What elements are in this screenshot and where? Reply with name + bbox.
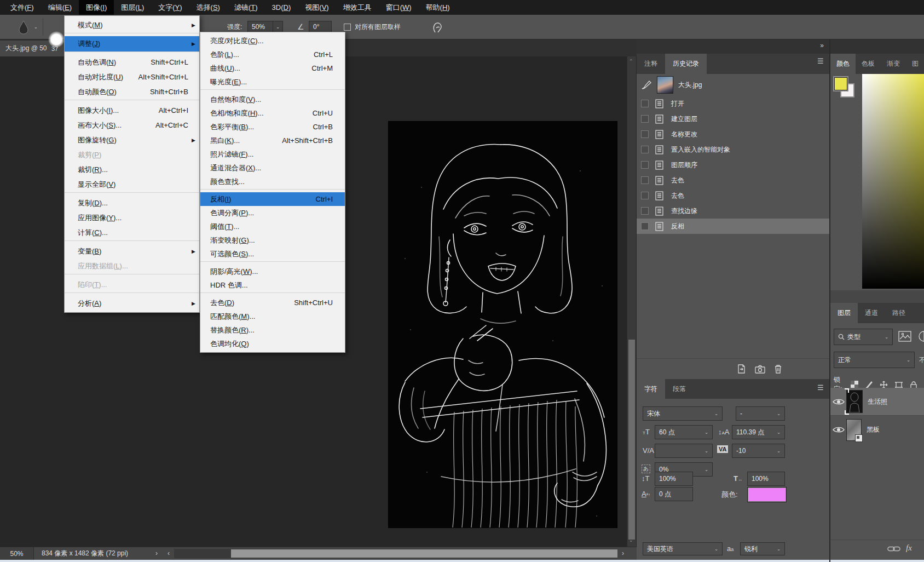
- history-state-row[interactable]: 去色: [637, 173, 829, 188]
- leading-field[interactable]: 110.39 点⌄: [732, 425, 785, 439]
- layer-style-fx-icon[interactable]: fx: [906, 543, 912, 553]
- menu-item[interactable]: 应用数据组(L)... ▶: [65, 259, 199, 274]
- menu-item[interactable]: 阴影/高光(W)... ▶: [200, 265, 345, 278]
- new-snapshot-icon[interactable]: [755, 365, 765, 374]
- status-next-icon[interactable]: ›: [155, 547, 158, 560]
- menu-item[interactable]: 模式(M) ▶: [65, 18, 199, 33]
- panel-tab[interactable]: 渐变: [881, 54, 906, 74]
- history-source-checkbox[interactable]: [641, 130, 649, 138]
- color-picker-field[interactable]: [862, 74, 924, 289]
- scroll-down-icon[interactable]: ⌄: [629, 537, 633, 543]
- menu-item[interactable]: 替换颜色(R)... ▶: [200, 323, 345, 337]
- scroll-up-icon[interactable]: ⌃: [629, 59, 633, 64]
- layer-name[interactable]: 黑板: [867, 425, 880, 434]
- strength-dropdown-icon[interactable]: ⌄: [273, 21, 283, 33]
- scroll-right-icon[interactable]: ›: [622, 547, 624, 560]
- anti-alias-select[interactable]: 锐利⌄: [740, 542, 785, 555]
- menu-item[interactable]: 画布大小(S)... Alt+Ctrl+C ▶: [65, 118, 199, 133]
- menu-bar-item[interactable]: 增效工具: [336, 0, 379, 15]
- document-canvas[interactable]: [389, 122, 617, 527]
- baseline-shift-field[interactable]: 0 点: [655, 487, 693, 501]
- text-color-swatch[interactable]: [747, 487, 787, 502]
- menu-item[interactable]: 通道混合器(X)... ▶: [200, 161, 345, 175]
- menu-item[interactable]: 调整(J) ▶: [65, 36, 199, 52]
- panel-tab[interactable]: 颜色: [830, 54, 856, 74]
- menu-item[interactable]: 色调分离(P)... ▶: [200, 206, 345, 220]
- link-layers-icon[interactable]: [887, 546, 900, 552]
- menu-bar-item[interactable]: 图层(L): [114, 0, 151, 15]
- new-document-from-state-icon[interactable]: [737, 364, 746, 374]
- history-state-row[interactable]: 去色: [637, 188, 829, 203]
- history-state-row[interactable]: 反相: [637, 219, 829, 234]
- foreground-color-swatch[interactable]: [834, 77, 847, 90]
- snapshot-thumbnail[interactable]: [657, 77, 673, 93]
- zoom-level-field[interactable]: 50%: [0, 547, 34, 560]
- menu-item[interactable]: 自动颜色(O) Shift+Ctrl+B ▶: [65, 84, 199, 100]
- menu-bar-item[interactable]: 滤镜(T): [227, 0, 265, 15]
- smudge-tool-icon[interactable]: [16, 19, 31, 35]
- kerning-field[interactable]: ⌄: [655, 444, 713, 458]
- menu-bar-item[interactable]: 帮助(H): [419, 0, 457, 15]
- layer-thumbnail[interactable]: [847, 391, 862, 412]
- menu-item[interactable]: 匹配颜色(M)... ▶: [200, 309, 345, 323]
- menu-bar-item[interactable]: 3D(D): [265, 0, 298, 15]
- strength-value-field[interactable]: 50%: [247, 21, 273, 33]
- collapse-panels-icon[interactable]: »: [820, 42, 824, 49]
- menu-item[interactable]: 显示全部(V) ▶: [65, 177, 199, 193]
- history-source-checkbox[interactable]: [641, 100, 649, 107]
- menu-item[interactable]: 色调均化(Q) ▶: [200, 337, 345, 351]
- menu-item[interactable]: 反相(I) Ctrl+I ▶: [200, 192, 345, 206]
- history-source-checkbox[interactable]: [641, 161, 649, 169]
- menu-item[interactable]: 应用图像(Y)... ▶: [65, 210, 199, 225]
- sample-all-layers-checkbox[interactable]: [344, 24, 351, 31]
- menu-item[interactable]: 去色(D) Shift+Ctrl+U ▶: [200, 296, 345, 309]
- menu-item[interactable]: 变量(B) ▶: [65, 244, 199, 259]
- lock-transparency-icon[interactable]: [851, 381, 858, 388]
- language-select[interactable]: 美国英语⌄: [643, 542, 723, 555]
- layer-name[interactable]: 生活照: [868, 397, 887, 406]
- menu-item[interactable]: HDR 色调... ▶: [200, 278, 345, 293]
- menu-item[interactable]: 颜色查找... ▶: [200, 175, 345, 190]
- menu-item[interactable]: 色相/饱和度(H)... Ctrl+U ▶: [200, 106, 345, 120]
- panel-tab[interactable]: 图层: [830, 303, 858, 323]
- layer-visibility-icon[interactable]: [830, 426, 847, 433]
- smudge-finger-icon[interactable]: [431, 21, 443, 33]
- font-family-select[interactable]: 宋体⌄: [643, 406, 723, 421]
- history-state-row[interactable]: 名称更改: [637, 127, 829, 142]
- vertical-scroll-thumb[interactable]: [628, 340, 635, 540]
- menu-item[interactable]: 计算(C)... ▶: [65, 225, 199, 241]
- scroll-left-icon[interactable]: ‹: [168, 547, 170, 560]
- history-state-row[interactable]: 建立图层: [637, 111, 829, 127]
- history-source-checkbox[interactable]: [641, 192, 649, 199]
- canvas-vertical-scrollbar[interactable]: ⌃ ⌄: [627, 56, 636, 547]
- menu-bar-item[interactable]: 文件(F): [3, 0, 41, 15]
- vertical-scale-field[interactable]: 100%: [655, 472, 693, 486]
- panel-tab[interactable]: 历史记录: [665, 54, 707, 74]
- blend-mode-select[interactable]: 正常⌄: [834, 352, 915, 368]
- menu-item[interactable]: 渐变映射(G)... ▶: [200, 233, 345, 247]
- filter-kind-adjustment-icon[interactable]: [918, 330, 924, 342]
- history-source-checkbox[interactable]: [641, 222, 649, 230]
- history-source-checkbox[interactable]: [641, 115, 649, 123]
- panel-tab[interactable]: 段落: [665, 379, 694, 399]
- history-state-row[interactable]: 图层顺序: [637, 157, 829, 173]
- layer-filter-select[interactable]: 类型⌄: [834, 329, 893, 345]
- character-panel-menu-icon[interactable]: ☰: [817, 383, 824, 392]
- horizontal-scroll-thumb[interactable]: [231, 549, 617, 558]
- angle-value-field[interactable]: 0°: [309, 21, 332, 33]
- menu-item[interactable]: 复制(D)... ▶: [65, 196, 199, 210]
- menu-item[interactable]: 曲线(U)... Ctrl+M ▶: [200, 61, 345, 75]
- font-size-field[interactable]: 60 点⌄: [655, 425, 713, 439]
- tool-preset-chevron-icon[interactable]: ⌄: [34, 15, 38, 39]
- menu-bar-item[interactable]: 视图(V): [298, 0, 336, 15]
- menu-item[interactable]: 阈值(T)... ▶: [200, 220, 345, 233]
- panel-tab[interactable]: 通道: [858, 303, 885, 323]
- history-panel-menu-icon[interactable]: ☰: [817, 57, 824, 65]
- menu-bar-item[interactable]: 窗口(W): [379, 0, 419, 15]
- menu-bar-item[interactable]: 编辑(E): [41, 0, 79, 15]
- menu-bar-item[interactable]: 选择(S): [189, 0, 227, 15]
- menu-item[interactable]: 图像旋转(G) ▶: [65, 133, 199, 147]
- menu-item[interactable]: 色彩平衡(B)... Ctrl+B ▶: [200, 120, 345, 134]
- menu-bar-item[interactable]: 图像(I): [79, 0, 114, 15]
- menu-item[interactable]: 自动对比度(U) Alt+Shift+Ctrl+L ▶: [65, 70, 199, 84]
